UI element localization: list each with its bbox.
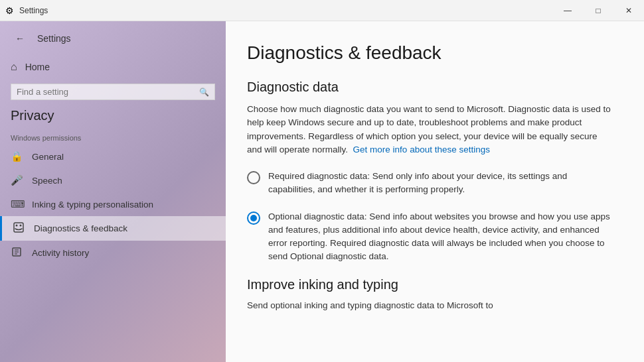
- sidebar: ← Settings ⌂ Home 🔍 Privacy Windows perm…: [0, 21, 226, 362]
- keyboard-icon: ⌨: [11, 198, 23, 210]
- radio-required-label: Required diagnostic data: Send only info…: [268, 170, 612, 197]
- minimize-button[interactable]: —: [552, 0, 583, 21]
- search-input[interactable]: [17, 87, 195, 97]
- home-icon: ⌂: [11, 61, 17, 73]
- sidebar-content: ← Settings ⌂ Home 🔍 Privacy Windows perm…: [0, 21, 226, 362]
- diagnostic-data-section-title: Diagnostic data: [247, 80, 612, 95]
- sidebar-item-inking[interactable]: ⌨ Inking & typing personalisation: [0, 192, 226, 216]
- radio-option-required[interactable]: Required diagnostic data: Send only info…: [247, 170, 612, 197]
- search-box[interactable]: 🔍: [11, 84, 215, 100]
- settings-label: Settings: [37, 33, 71, 44]
- titlebar-title: Settings: [19, 6, 48, 15]
- sidebar-item-speech[interactable]: 🎤 Speech: [0, 168, 226, 192]
- titlebar-controls: — □ ✕: [552, 0, 644, 21]
- activity-icon: [11, 247, 23, 259]
- svg-point-2: [20, 225, 22, 227]
- main-content: Diagnostics & feedback Diagnostic data C…: [226, 21, 644, 362]
- improve-inking-description: Send optional inking and typing diagnost…: [247, 299, 612, 312]
- back-icon: ←: [15, 33, 25, 44]
- sidebar-item-label-general: General: [32, 152, 64, 162]
- back-button[interactable]: ←: [11, 29, 29, 48]
- sidebar-item-general[interactable]: 🔒 General: [0, 145, 226, 168]
- page-title: Diagnostics & feedback: [247, 42, 612, 64]
- app-body: ← Settings ⌂ Home 🔍 Privacy Windows perm…: [0, 21, 644, 362]
- improve-inking-title: Improve inking and typing: [247, 277, 612, 292]
- sidebar-item-label-diagnostics: Diagnostics & feedback: [34, 223, 127, 233]
- radio-option-optional[interactable]: Optional diagnostic data: Send info abou…: [247, 210, 612, 264]
- sidebar-item-activity[interactable]: Activity history: [0, 241, 226, 265]
- svg-rect-0: [14, 223, 23, 232]
- sidebar-item-label-activity: Activity history: [32, 248, 89, 258]
- maximize-button[interactable]: □: [583, 0, 613, 21]
- titlebar: ⚙ Settings — □ ✕: [0, 0, 644, 21]
- radio-dot: [250, 215, 257, 221]
- windows-permissions-label: Windows permissions: [0, 129, 226, 145]
- search-icon: 🔍: [199, 88, 209, 97]
- settings-app-icon: ⚙: [5, 5, 14, 16]
- radio-optional[interactable]: [247, 211, 260, 225]
- sidebar-header: ← Settings: [0, 21, 226, 56]
- close-button[interactable]: ✕: [613, 0, 644, 21]
- radio-optional-label: Optional diagnostic data: Send info abou…: [268, 210, 612, 264]
- sidebar-item-label-inking: Inking & typing personalisation: [32, 200, 153, 210]
- svg-point-1: [16, 225, 18, 227]
- home-item[interactable]: ⌂ Home: [0, 56, 226, 78]
- sidebar-item-label-speech: Speech: [32, 176, 62, 186]
- home-label: Home: [25, 62, 50, 72]
- lock-icon: 🔒: [11, 151, 23, 162]
- radio-required[interactable]: [247, 171, 260, 184]
- diagnostics-icon: [13, 222, 25, 235]
- diagnostic-description: Choose how much diagnostic data you want…: [247, 103, 612, 156]
- privacy-title: Privacy: [0, 105, 226, 129]
- sidebar-item-diagnostics[interactable]: Diagnostics & feedback: [0, 216, 226, 241]
- microphone-icon: 🎤: [11, 174, 23, 186]
- titlebar-left: ⚙ Settings: [5, 5, 48, 16]
- more-info-link[interactable]: Get more info about these settings: [353, 145, 490, 154]
